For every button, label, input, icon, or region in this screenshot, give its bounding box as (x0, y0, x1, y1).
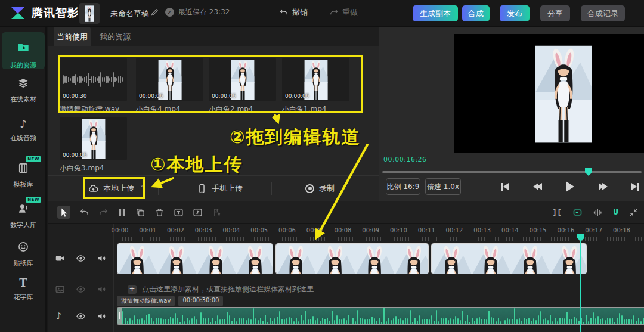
timeline-redo-button[interactable] (97, 206, 110, 219)
fast-forward-button[interactable] (599, 183, 608, 190)
undo-icon (279, 8, 289, 17)
collapse-timeline-button[interactable] (627, 206, 640, 219)
audio-waveform-graphic (122, 308, 644, 324)
media-item-name: 小白兔2.mp4 (209, 104, 276, 114)
clip-frame-image (432, 244, 471, 274)
delete-clip-button[interactable] (153, 206, 166, 219)
zhiying-logo-icon (10, 5, 26, 21)
compose-button[interactable]: 合成 (462, 5, 490, 21)
video-clip[interactable] (117, 243, 273, 274)
save-status: ✓ 最近保存 23:32 (165, 7, 230, 17)
media-item-name: 激情舞动旋律.wav (60, 104, 127, 114)
share-button[interactable]: 分享 (540, 5, 570, 21)
sidebar-item-label: 在线素材 (2, 95, 45, 104)
auto-captions-button[interactable] (571, 206, 584, 219)
media-item-audio[interactable]: 00:00:30 激情舞动旋律.wav (60, 58, 127, 114)
media-item-video[interactable]: 00:00:06 小白兔3.mp4 (60, 117, 127, 173)
preview-seekbar[interactable] (382, 171, 642, 173)
image-track-visibility-toggle[interactable] (76, 284, 86, 294)
duplicate-clip-button[interactable] (134, 206, 147, 219)
audio-waveform-toggle[interactable] (590, 206, 603, 219)
left-sidebar: 我的资源 在线素材 ♪ 在线音频 NEW 模板库 NEW 数字人库 贴纸库 T … (0, 27, 47, 332)
document-title[interactable]: 未命名草稿 (110, 8, 149, 19)
add-text-button[interactable] (172, 206, 185, 219)
dropdown-caret-icon[interactable]: ˇ (140, 185, 144, 193)
clip-trim-handle[interactable] (117, 308, 122, 324)
tab-current-use[interactable]: 当前使用 (54, 27, 91, 46)
aspect-ratio-button[interactable]: 比例 16:9 (386, 178, 420, 195)
skip-to-start-button[interactable] (501, 183, 509, 191)
playback-speed-button[interactable]: 倍速 1.0x (425, 178, 461, 195)
sidebar-item-label: 在线音频 (2, 134, 45, 142)
ruler-tick-label: 00:11 (418, 227, 435, 234)
video-track-mute-toggle[interactable] (97, 253, 107, 263)
media-item-video[interactable]: 00:00:06 小白兔1.mp4 (282, 58, 349, 114)
ruler-tick-label: 00:09 (362, 227, 379, 234)
phone-upload-button[interactable]: 手机上传 (197, 183, 243, 194)
ruler-tick-label: 00:15 (530, 227, 547, 234)
app-logo[interactable]: 腾讯智影 (10, 5, 79, 21)
seekbar-handle[interactable] (585, 168, 592, 176)
add-audio-button[interactable] (191, 206, 204, 219)
speaking-person-icon (17, 203, 29, 215)
video-clip[interactable] (431, 243, 587, 274)
media-item-name: 小白兔3.mp4 (60, 163, 127, 173)
audio-clip[interactable] (117, 307, 644, 325)
audio-track-visibility-toggle[interactable] (76, 311, 86, 321)
sidebar-item-label: 数字人库 (2, 221, 45, 229)
undo-button[interactable]: 撤销 (279, 7, 308, 18)
sidebar-item-template-library[interactable]: NEW 模板库 (2, 162, 45, 189)
clip-frame-image (355, 244, 394, 274)
image-track-mute-toggle[interactable] (97, 284, 107, 294)
music-frame-icon (193, 207, 203, 218)
sidebar-item-digital-human[interactable]: NEW 数字人库 (2, 203, 45, 229)
saved-check-icon: ✓ (165, 8, 174, 17)
media-item-video[interactable]: 00:00:06 小白兔2.mp4 (209, 58, 276, 114)
sidebar-item-online-audio[interactable]: ♪ 在线音频 (2, 118, 45, 142)
project-thumbnail[interactable] (79, 3, 100, 24)
video-track-visibility-toggle[interactable] (76, 253, 86, 263)
split-clip-button[interactable] (115, 206, 128, 219)
generate-copy-button[interactable]: 生成副本 (413, 5, 458, 21)
playhead[interactable] (580, 234, 581, 332)
compose-history-button[interactable]: 合成记录 (581, 5, 625, 21)
video-clip[interactable] (275, 243, 429, 274)
bracket-icon: ][ (552, 208, 562, 217)
tab-my-resources[interactable]: 我的资源 (97, 27, 134, 46)
timeline-undo-button[interactable] (78, 206, 91, 219)
image-track-icon (55, 284, 65, 294)
record-button[interactable]: 录制 (305, 183, 335, 194)
video-preview-stage[interactable] (454, 34, 644, 153)
rewind-button[interactable] (533, 183, 542, 190)
sidebar-item-sticker-library[interactable]: 贴纸库 (2, 241, 45, 268)
audio-track-icon: ♪ (56, 311, 62, 321)
publish-button[interactable]: 发布 (500, 5, 530, 21)
audio-clip-name: 激情舞动旋律.wav (117, 296, 175, 306)
video-thumbnail: 00:00:06 (282, 58, 349, 101)
select-tool-button[interactable] (57, 206, 70, 219)
cloud-upload-icon (88, 184, 98, 194)
ruler-tick-label: 00:07 (306, 227, 324, 234)
snap-toggle-button[interactable] (609, 206, 622, 219)
local-upload-button[interactable]: 本地上传 ˇ (88, 183, 144, 194)
play-button[interactable] (566, 181, 574, 192)
media-item-video[interactable]: 00:00:06 小白兔4.mp4 (136, 58, 203, 114)
separator (158, 182, 159, 195)
duration-badge: 00:00:06 (139, 93, 163, 99)
duration-badge: 00:00:06 (285, 93, 309, 99)
ruler-tick-label: 00:10 (390, 227, 407, 234)
empty-track-dropzone[interactable]: + 点击这里添加素材，或直接拖放侧边栏媒体素材到这里 (117, 281, 644, 297)
sidebar-item-fancy-text-library[interactable]: T 花字库 (2, 277, 45, 302)
trim-mode-button[interactable]: ][ (550, 206, 564, 219)
duration-badge: 00:00:06 (212, 93, 236, 99)
clear-marker-button[interactable] (210, 206, 223, 219)
sidebar-item-my-resources[interactable]: 我的资源 (2, 32, 45, 69)
sidebar-item-online-materials[interactable]: 在线素材 (2, 77, 45, 104)
clip-frame-image (510, 244, 550, 274)
timeline-area: ♪ + 点击这里添加素材，或直接拖放侧边栏媒体素材到这里 激情舞动旋律.wav … (48, 224, 644, 332)
skip-to-end-button[interactable] (631, 183, 639, 191)
redo-button[interactable]: 重做 (329, 7, 358, 18)
audio-track-mute-toggle[interactable] (97, 311, 107, 321)
ruler-tick-label: 00:17 (585, 227, 602, 234)
edit-title-icon[interactable] (150, 8, 159, 17)
